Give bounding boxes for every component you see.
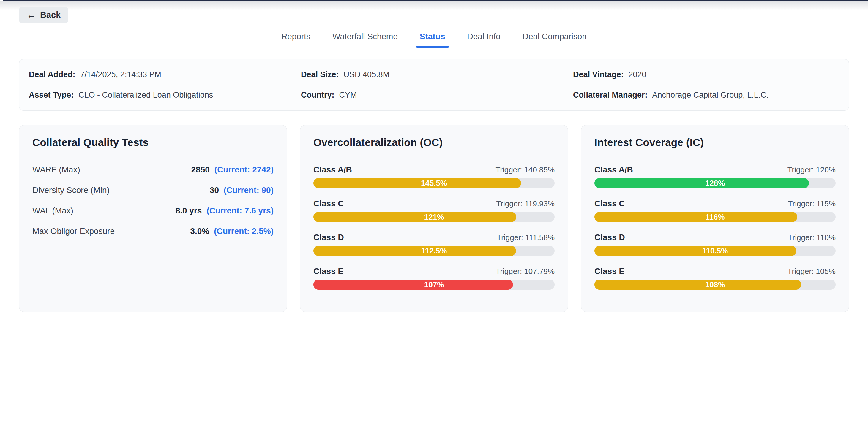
ic-class-e-label: Class E (594, 267, 624, 276)
oc-class-d-bar-value: 112.5% (313, 246, 555, 256)
deal-size-value: USD 405.8M (344, 70, 390, 79)
deal-summary-bar: Deal Added: 7/14/2025, 2:14:33 PM Deal S… (19, 59, 849, 111)
cqt-row-diversity: Diversity Score (Min) 30 (Current: 90) (32, 186, 274, 195)
tab-status[interactable]: Status (418, 32, 446, 48)
oc-class-d-progress-bar: 112.5% (313, 246, 555, 256)
ic-class-d-bar-value: 110.5% (594, 246, 836, 256)
collateral-manager-label: Collateral Manager: (573, 91, 648, 100)
back-button-label: Back (40, 10, 61, 20)
oc-class-d-block: Class D Trigger: 111.58% 112.5% (313, 233, 555, 256)
oc-class-ab-bar-value: 145.5% (313, 178, 555, 188)
ic-class-ab-progress-bar: 128% (594, 178, 836, 188)
tab-reports[interactable]: Reports (280, 32, 312, 48)
cqt-row-warf: WARF (Max) 2850 (Current: 2742) (32, 165, 274, 174)
deal-size-label: Deal Size: (301, 70, 339, 79)
ic-class-ab-label: Class A/B (594, 165, 633, 174)
cqt-row-max-obligor: Max Obligor Exposure 3.0% (Current: 2.5%… (32, 227, 274, 236)
oc-class-ab-progress-bar: 145.5% (313, 178, 555, 188)
asset-type-label: Asset Type: (29, 91, 74, 100)
interest-coverage-card: Interest Coverage (IC) Class A/B Trigger… (581, 125, 849, 312)
cqt-warf-limit: 2850 (191, 165, 210, 174)
deal-added-value: 7/14/2025, 2:14:33 PM (80, 70, 161, 79)
overcollateralization-card: Overcollateralization (OC) Class A/B Tri… (300, 125, 568, 312)
ic-class-ab-trigger: Trigger: 120% (787, 165, 836, 174)
cqt-wal-current: (Current: 7.6 yrs) (207, 206, 274, 216)
cqt-card-title: Collateral Quality Tests (32, 136, 274, 149)
ic-class-c-trigger: Trigger: 115% (788, 199, 836, 208)
tab-deal-comparison[interactable]: Deal Comparison (521, 32, 588, 48)
collateral-quality-tests-card: Collateral Quality Tests WARF (Max) 2850… (19, 125, 287, 312)
cqt-wal-limit: 8.0 yrs (176, 206, 202, 216)
oc-class-e-bar-value: 107% (313, 279, 555, 290)
ic-card-title: Interest Coverage (IC) (594, 136, 836, 149)
collateral-manager-field: Collateral Manager: Anchorage Capital Gr… (573, 91, 839, 100)
tab-deal-info[interactable]: Deal Info (466, 32, 502, 48)
back-button[interactable]: ← Back (19, 6, 68, 24)
ic-class-e-trigger: Trigger: 105% (787, 267, 836, 276)
deal-added-label: Deal Added: (29, 70, 75, 79)
ic-class-ab-block: Class A/B Trigger: 120% 128% (594, 165, 836, 188)
deal-vintage-field: Deal Vintage: 2020 (573, 70, 839, 79)
cqt-max-obligor-current: (Current: 2.5%) (214, 227, 274, 236)
ic-class-e-bar-value: 108% (594, 279, 836, 290)
tab-waterfall-scheme[interactable]: Waterfall Scheme (331, 32, 399, 48)
cqt-row-wal: WAL (Max) 8.0 yrs (Current: 7.6 yrs) (32, 206, 274, 216)
oc-class-c-bar-value: 121% (313, 212, 555, 222)
oc-class-c-trigger: Trigger: 119.93% (496, 199, 555, 208)
asset-type-value: CLO - Collateralized Loan Obligations (79, 91, 213, 100)
country-label: Country: (301, 91, 334, 100)
ic-class-e-progress-bar: 108% (594, 279, 836, 290)
oc-class-c-label: Class C (313, 199, 344, 208)
oc-class-d-trigger: Trigger: 111.58% (497, 233, 555, 242)
country-field: Country: CYM (301, 91, 567, 100)
ic-class-c-bar-value: 116% (594, 212, 836, 222)
oc-class-e-block: Class E Trigger: 107.79% 107% (313, 267, 555, 290)
test-cards-row: Collateral Quality Tests WARF (Max) 2850… (19, 125, 849, 312)
oc-class-ab-trigger: Trigger: 140.85% (496, 165, 555, 174)
oc-class-d-label: Class D (313, 233, 344, 242)
ic-class-d-progress-bar: 110.5% (594, 246, 836, 256)
ic-class-d-label: Class D (594, 233, 625, 242)
cqt-max-obligor-limit: 3.0% (190, 227, 209, 236)
main-content: Deal Added: 7/14/2025, 2:14:33 PM Deal S… (0, 59, 868, 312)
collateral-manager-value: Anchorage Capital Group, L.L.C. (652, 91, 769, 100)
oc-class-e-trigger: Trigger: 107.79% (496, 267, 555, 276)
ic-class-d-trigger: Trigger: 110% (788, 233, 836, 242)
cqt-wal-label: WAL (Max) (32, 206, 73, 216)
ic-class-c-label: Class C (594, 199, 625, 208)
ic-class-ab-bar-value: 128% (594, 178, 836, 188)
asset-type-field: Asset Type: CLO - Collateralized Loan Ob… (29, 91, 295, 100)
back-arrow-icon: ← (27, 10, 36, 20)
cqt-warf-label: WARF (Max) (32, 165, 80, 174)
cqt-diversity-label: Diversity Score (Min) (32, 186, 110, 195)
deal-vintage-value: 2020 (628, 70, 646, 79)
oc-class-c-block: Class C Trigger: 119.93% 121% (313, 199, 555, 222)
deal-size-field: Deal Size: USD 405.8M (301, 70, 567, 79)
oc-class-c-progress-bar: 121% (313, 212, 555, 222)
deal-added-field: Deal Added: 7/14/2025, 2:14:33 PM (29, 70, 295, 79)
ic-class-c-block: Class C Trigger: 115% 116% (594, 199, 836, 222)
oc-class-ab-block: Class A/B Trigger: 140.85% 145.5% (313, 165, 555, 188)
cqt-max-obligor-label: Max Obligor Exposure (32, 227, 115, 236)
oc-class-ab-label: Class A/B (313, 165, 352, 174)
ic-class-e-block: Class E Trigger: 105% 108% (594, 267, 836, 290)
ic-class-c-progress-bar: 116% (594, 212, 836, 222)
oc-class-e-progress-bar: 107% (313, 279, 555, 290)
country-value: CYM (339, 91, 357, 100)
ic-class-d-block: Class D Trigger: 110% 110.5% (594, 233, 836, 256)
cqt-warf-current: (Current: 2742) (215, 165, 274, 174)
oc-card-title: Overcollateralization (OC) (313, 136, 555, 149)
page-header: ← Back Reports Waterfall Scheme Status D… (0, 0, 868, 48)
window-title-strip (3, 0, 868, 1)
tab-bar: Reports Waterfall Scheme Status Deal Inf… (0, 32, 868, 48)
deal-vintage-label: Deal Vintage: (573, 70, 624, 79)
oc-class-e-label: Class E (313, 267, 343, 276)
cqt-diversity-limit: 30 (210, 186, 219, 195)
cqt-diversity-current: (Current: 90) (224, 186, 274, 195)
